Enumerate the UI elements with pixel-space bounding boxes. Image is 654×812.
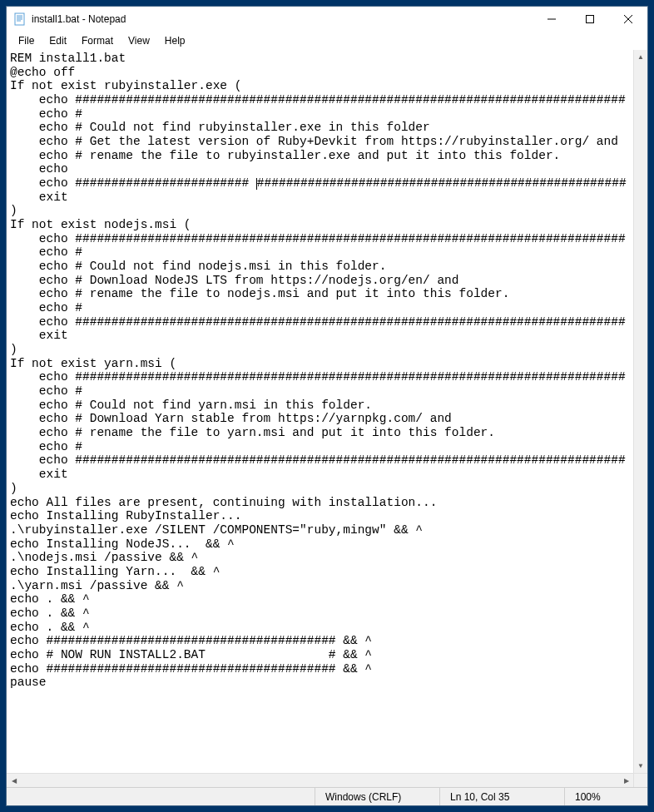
menubar: File Edit Format View Help [7, 32, 647, 50]
close-button[interactable] [609, 7, 647, 32]
minimize-button[interactable] [533, 7, 571, 32]
scroll-down-icon[interactable]: ▼ [634, 759, 647, 773]
menu-view[interactable]: View [121, 33, 156, 48]
scroll-right-icon[interactable]: ▶ [619, 774, 633, 787]
svg-rect-6 [587, 16, 594, 23]
titlebar[interactable]: install1.bat - Notepad [7, 7, 647, 32]
notepad-icon [13, 12, 27, 26]
status-encoding: Windows (CRLF) [315, 788, 439, 805]
content-area: REM install1.bat @echo off If not exist … [7, 50, 647, 773]
window-controls [533, 7, 647, 32]
scroll-up-icon[interactable]: ▲ [634, 50, 647, 64]
menu-file[interactable]: File [12, 33, 41, 48]
scroll-left-icon[interactable]: ◀ [7, 774, 21, 787]
window-title: install1.bat - Notepad [32, 13, 533, 25]
vertical-scrollbar[interactable]: ▲ ▼ [633, 50, 647, 773]
maximize-button[interactable] [571, 7, 609, 32]
menu-edit[interactable]: Edit [42, 33, 73, 48]
horizontal-scroll-container: ◀ ▶ [7, 773, 647, 787]
menu-help[interactable]: Help [158, 33, 192, 48]
notepad-window: install1.bat - Notepad File Edit Format … [6, 6, 648, 806]
status-position: Ln 10, Col 35 [439, 788, 564, 805]
statusbar: Windows (CRLF) Ln 10, Col 35 100% [7, 787, 647, 805]
status-zoom: 100% [564, 788, 647, 805]
horizontal-scrollbar[interactable]: ◀ ▶ [7, 773, 633, 787]
text-editor[interactable]: REM install1.bat @echo off If not exist … [7, 50, 633, 773]
text-cursor [256, 178, 257, 190]
menu-format[interactable]: Format [75, 33, 120, 48]
scroll-corner [633, 773, 647, 787]
